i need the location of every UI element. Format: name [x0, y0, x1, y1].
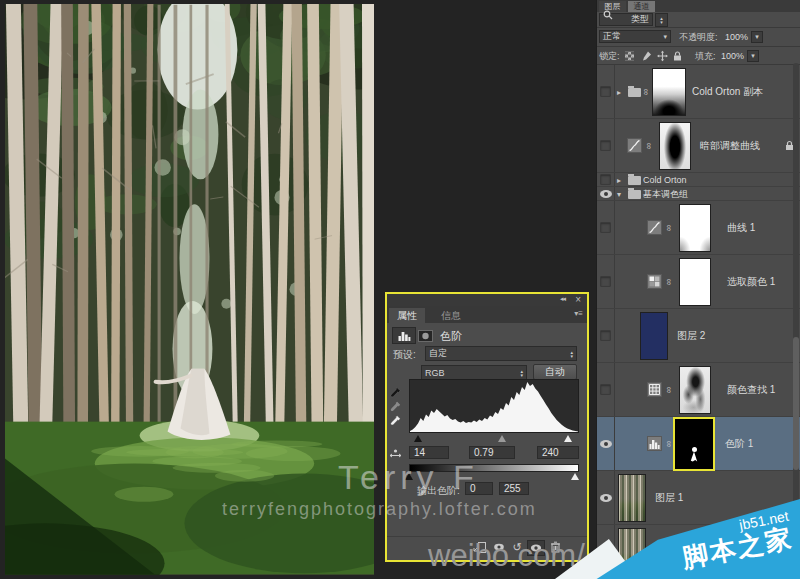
lock-position-move-icon[interactable]	[657, 50, 668, 61]
output-black-value[interactable]: 0	[465, 482, 493, 495]
curves-adjustment-icon[interactable]	[627, 138, 642, 153]
layer-row-2[interactable]: ▸Cold Orton	[597, 173, 800, 187]
curves-adjustment-icon[interactable]	[647, 220, 662, 235]
mask-icon[interactable]	[418, 328, 433, 346]
layer-row-8[interactable]: ∞色阶 1	[597, 417, 800, 471]
opacity-value[interactable]: 100%	[725, 32, 748, 42]
layer-mask-thumbnail[interactable]	[679, 366, 711, 414]
white-eyedropper-icon[interactable]	[390, 412, 401, 430]
auto-button[interactable]: 自动	[533, 364, 577, 380]
eye-icon	[600, 494, 612, 502]
reset-icon[interactable]: ↺	[509, 540, 525, 554]
output-gradient-bar	[409, 464, 579, 472]
levels-adjustment-icon[interactable]	[647, 436, 662, 451]
mask-figure-body	[690, 452, 698, 462]
channel-value: RGB	[425, 368, 445, 378]
layer-visibility-toggle[interactable]	[597, 187, 615, 200]
layer-row-0[interactable]: ▸∞Cold Orton 副本	[597, 65, 800, 119]
layer-row-9[interactable]: 图层 1	[597, 471, 800, 525]
eye-icon	[600, 190, 612, 198]
toggle-visibility-eye-icon[interactable]	[527, 540, 545, 556]
layer-mask-thumbnail[interactable]	[673, 417, 715, 471]
layer-row-10[interactable]	[597, 525, 800, 579]
fill-value[interactable]: 100%	[721, 51, 744, 61]
output-white-value[interactable]: 255	[499, 482, 529, 495]
tab-properties[interactable]: 属性	[389, 308, 425, 323]
mask-link-icon: ∞	[664, 224, 674, 230]
expand-arrow-icon[interactable]: ▸	[617, 175, 621, 184]
layer-row-1[interactable]: ∞暗部调整曲线	[597, 119, 800, 173]
panel-menu-icon[interactable]: ▾≡	[574, 309, 583, 318]
input-white-slider[interactable]	[564, 435, 572, 442]
properties-toolbar: ↺	[387, 536, 587, 559]
folder-icon	[628, 176, 641, 185]
filter-kind-select[interactable]: 类型	[599, 13, 653, 26]
output-white-slider[interactable]	[571, 473, 579, 480]
layer-visibility-toggle[interactable]	[597, 255, 615, 308]
view-previous-state-eye-icon[interactable]	[491, 540, 507, 554]
selective-color-adjustment-icon[interactable]	[647, 274, 662, 289]
layer-thumbnail[interactable]	[640, 312, 668, 360]
layer-mask-thumbnail[interactable]	[679, 258, 711, 306]
updown-icon: ▴▾	[520, 369, 523, 377]
preset-select[interactable]: 自定 ▴▾	[425, 346, 577, 361]
layer-visibility-toggle[interactable]	[597, 309, 615, 362]
layer-mask-thumbnail[interactable]	[659, 122, 691, 170]
filter-updown-icon[interactable]: ▴▾	[655, 13, 668, 27]
output-levels-label: 输出色阶:	[417, 484, 460, 498]
tab-info[interactable]: 信息	[433, 308, 469, 323]
input-midtone-slider[interactable]	[498, 435, 506, 442]
tab-channels[interactable]: 通道	[628, 1, 655, 12]
visibility-empty-well	[600, 222, 611, 233]
scrollbar-thumb[interactable]	[793, 337, 799, 470]
layer-visibility-toggle[interactable]	[597, 363, 615, 416]
expand-arrow-icon[interactable]: ▸	[617, 87, 621, 96]
folder-icon	[628, 190, 641, 199]
opacity-label: 不透明度:	[679, 31, 718, 44]
layer-thumbnail[interactable]	[618, 474, 646, 522]
layer-mask-thumbnail[interactable]	[679, 204, 711, 252]
delete-trash-icon[interactable]	[547, 540, 563, 554]
scrubby-hand-icon[interactable]	[389, 444, 402, 462]
layer-thumbnail[interactable]	[618, 528, 646, 576]
lock-row: 锁定: 填充: 100% ▾	[597, 47, 800, 65]
layers-tab-strip: 图层 通道	[597, 0, 800, 12]
filter-kind-label: 类型	[631, 13, 649, 26]
close-panel-icon[interactable]: ×	[575, 294, 581, 305]
channel-select[interactable]: RGB ▴▾	[421, 365, 527, 380]
layer-visibility-toggle[interactable]	[597, 119, 615, 172]
photo-forest-girl	[5, 4, 374, 575]
input-black-slider[interactable]	[414, 435, 422, 442]
layer-list: ▸∞Cold Orton 副本∞暗部调整曲线▸Cold Orton▾基本调色组∞…	[597, 65, 800, 579]
collapse-arrow-icon[interactable]: ▾	[617, 189, 621, 198]
input-white-value[interactable]: 240	[537, 446, 579, 459]
layer-row-6[interactable]: 图层 2	[597, 309, 800, 363]
lock-all-icon[interactable]	[673, 50, 682, 61]
layer-visibility-toggle[interactable]	[597, 525, 615, 578]
input-gamma-value[interactable]: 0.79	[469, 446, 515, 459]
layer-visibility-toggle[interactable]	[597, 65, 615, 118]
layer-visibility-toggle[interactable]	[597, 417, 615, 470]
layer-visibility-toggle[interactable]	[597, 173, 615, 186]
layer-row-4[interactable]: ∞曲线 1	[597, 201, 800, 255]
lock-transparency-icon[interactable]	[625, 51, 634, 60]
levels-icon-button[interactable]	[392, 327, 416, 344]
clip-to-layer-icon[interactable]	[471, 540, 487, 554]
output-black-slider[interactable]	[405, 473, 413, 480]
scrollbar-track[interactable]	[793, 63, 799, 579]
layer-visibility-toggle[interactable]	[597, 471, 615, 524]
layer-visibility-toggle[interactable]	[597, 201, 615, 254]
fill-dropdown-icon[interactable]: ▾	[747, 50, 759, 62]
collapse-panel-icon[interactable]: ◂◂	[560, 295, 565, 303]
opacity-dropdown-icon[interactable]: ▾	[751, 31, 763, 43]
layer-name: 曲线 1	[727, 221, 755, 235]
layer-row-5[interactable]: ∞选取颜色 1	[597, 255, 800, 309]
color-lookup-adjustment-icon[interactable]	[647, 382, 662, 397]
layer-row-3[interactable]: ▾基本调色组	[597, 187, 800, 201]
blend-mode-select[interactable]: 正常▾	[599, 30, 671, 43]
layer-row-7[interactable]: ∞颜色查找 1	[597, 363, 800, 417]
input-black-value[interactable]: 14	[409, 446, 449, 459]
lock-pixels-brush-icon[interactable]	[641, 50, 652, 61]
adjustment-title: 色阶	[440, 329, 462, 344]
layer-mask-thumbnail[interactable]	[652, 68, 686, 116]
